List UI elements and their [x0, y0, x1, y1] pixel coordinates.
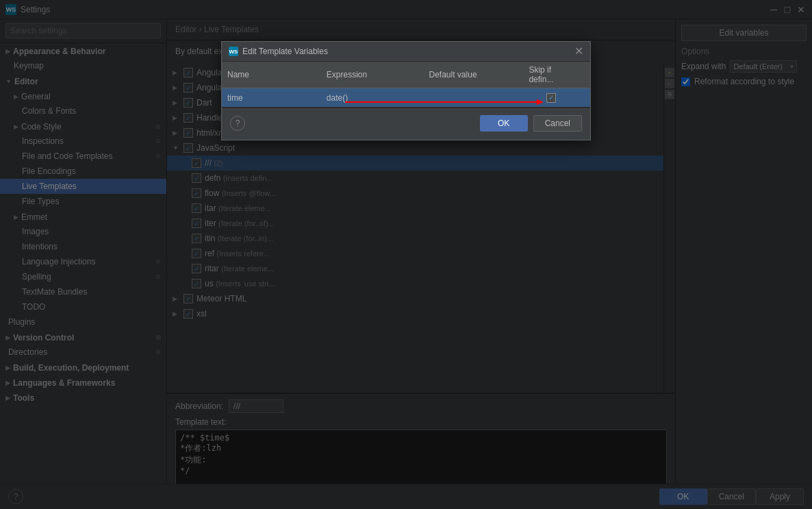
modal-close-button[interactable]: ✕	[574, 46, 583, 57]
modal-overlay: WS Edit Template Variables ✕ Name Expres…	[0, 0, 812, 509]
modal-help-button[interactable]: ?	[230, 116, 245, 131]
cell-scroll	[579, 88, 590, 108]
modal-app-icon: WS	[229, 47, 238, 56]
col-expression: Expression	[321, 62, 424, 88]
modal-title-bar: WS Edit Template Variables ✕	[222, 42, 590, 62]
svg-marker-1	[537, 99, 544, 105]
red-arrow-annotation	[345, 95, 550, 109]
modal-cancel-button[interactable]: Cancel	[533, 115, 582, 132]
cell-name	[222, 88, 321, 108]
edit-template-variables-dialog: WS Edit Template Variables ✕ Name Expres…	[221, 41, 591, 140]
col-skip-if-defined: Skip if defin...	[523, 62, 579, 88]
name-input[interactable]	[227, 93, 316, 103]
modal-title: Edit Template Variables	[242, 47, 328, 56]
modal-footer: ? OK Cancel	[222, 108, 590, 140]
modal-ok-button[interactable]: OK	[480, 115, 528, 132]
col-default-value: Default value	[424, 62, 524, 88]
col-scroll	[579, 62, 590, 88]
col-name: Name	[222, 62, 321, 88]
modal-content: Name Expression Default value Skip if de…	[222, 62, 590, 108]
